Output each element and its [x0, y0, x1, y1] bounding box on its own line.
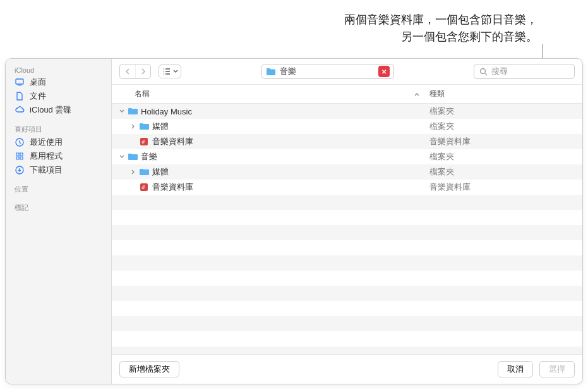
table-row-empty — [112, 240, 582, 255]
toolbar: 音樂 ✕ 搜尋 — [112, 59, 582, 85]
table-row[interactable]: Holiday Music 檔案夾 — [112, 104, 582, 119]
disclosure-right-icon[interactable] — [131, 124, 138, 129]
file-dialog: iCloud 桌面 文件 iCloud 雲碟 喜好 — [5, 58, 583, 384]
sidebar-item-label: 文件 — [30, 90, 46, 102]
clock-icon — [15, 137, 25, 147]
callout-line1: 兩個音樂資料庫，一個包含節日音樂， — [344, 11, 537, 28]
main-panel: 音樂 ✕ 搜尋 名稱 種類 — [112, 59, 582, 384]
list-icon — [162, 68, 171, 75]
column-name[interactable]: 名稱 — [135, 89, 414, 99]
svg-rect-1 — [18, 85, 21, 85]
sort-caret-icon — [414, 92, 419, 96]
table-row[interactable]: 媒體 檔案夾 — [112, 164, 582, 180]
search-icon — [479, 68, 488, 76]
row-type: 檔案夾 — [429, 121, 575, 132]
column-type[interactable]: 種類 — [429, 89, 575, 99]
search-input[interactable]: 搜尋 — [474, 64, 575, 79]
table-row-empty — [112, 271, 582, 286]
cancel-button[interactable]: 取消 — [498, 361, 533, 377]
location-label: 音樂 — [280, 66, 296, 77]
sidebar-section-icloud: iCloud 桌面 文件 iCloud 雲碟 — [6, 61, 111, 119]
table-row-empty — [112, 301, 582, 316]
svg-point-4 — [481, 68, 486, 73]
disclosure-right-icon[interactable] — [131, 169, 138, 175]
cloud-icon — [15, 105, 25, 115]
row-name: 音樂資料庫 — [150, 136, 429, 147]
music-library-icon — [138, 183, 150, 192]
disclosure-down-icon[interactable] — [119, 154, 127, 159]
table-row[interactable]: 媒體 檔案夾 — [112, 119, 582, 134]
table-row-empty — [112, 195, 582, 210]
row-type: 檔案夾 — [429, 151, 575, 162]
file-list: Holiday Music 檔案夾 媒體 檔案夾 音樂資料庫 音樂資料庫 — [112, 104, 582, 354]
disclosure-down-icon[interactable] — [119, 109, 127, 114]
row-name: 媒體 — [150, 166, 429, 178]
music-library-icon — [138, 137, 150, 146]
sidebar-header: 標記 — [6, 200, 111, 214]
sidebar-item-applications[interactable]: 應用程式 — [6, 149, 111, 163]
app-grid-icon — [15, 151, 25, 161]
chevron-down-icon — [173, 70, 178, 73]
view-options-button[interactable] — [159, 64, 181, 78]
callout-line2: 另一個包含您剩下的音樂。 — [344, 28, 537, 46]
table-row[interactable]: 音樂資料庫 音樂資料庫 — [112, 134, 582, 149]
location-left: 音樂 — [266, 66, 296, 77]
sidebar-section-favourites: 喜好項目 最近使用 應用程式 下載項目 — [6, 119, 111, 180]
folder-icon — [138, 123, 150, 130]
sidebar-item-recents[interactable]: 最近使用 — [6, 135, 111, 149]
table-row[interactable]: 音樂 檔案夾 — [112, 149, 582, 164]
sidebar-header: 位置 — [6, 182, 111, 195]
sidebar-item-label: 桌面 — [30, 77, 46, 88]
callout-text: 兩個音樂資料庫，一個包含節日音樂， 另一個包含您剩下的音樂。 — [344, 11, 537, 46]
sidebar-item-label: 應用程式 — [30, 150, 63, 162]
document-icon — [15, 91, 25, 101]
sidebar-item-label: 下載項目 — [30, 164, 63, 176]
svg-rect-0 — [16, 79, 23, 84]
choose-button[interactable]: 選擇 — [539, 361, 575, 377]
row-type: 檔案夾 — [429, 106, 575, 117]
close-icon[interactable]: ✕ — [378, 66, 390, 77]
forward-button[interactable] — [135, 64, 150, 78]
table-row-empty — [112, 331, 582, 346]
sidebar-header: 喜好項目 — [6, 122, 111, 135]
row-name: 音樂 — [138, 151, 429, 162]
folder-icon — [127, 107, 138, 115]
column-header: 名稱 種類 — [112, 85, 582, 104]
sidebar-header: iCloud — [6, 64, 111, 75]
folder-icon — [266, 67, 276, 76]
sidebar-item-desktop[interactable]: 桌面 — [6, 75, 111, 89]
table-row-empty — [112, 316, 582, 331]
row-type: 音樂資料庫 — [429, 136, 575, 147]
table-row-empty — [112, 255, 582, 271]
chevron-right-icon — [141, 68, 146, 75]
sidebar-section-tags: 標記 — [6, 198, 111, 216]
row-name: 音樂資料庫 — [150, 181, 429, 193]
table-row-empty — [112, 210, 582, 225]
table-row-empty — [112, 225, 582, 240]
desktop-icon — [15, 77, 25, 87]
dialog-footer: 新增檔案夾 取消 選擇 — [112, 354, 582, 384]
nav-group — [119, 64, 151, 79]
chevron-left-icon — [125, 68, 130, 75]
sidebar-item-label: iCloud 雲碟 — [30, 104, 71, 116]
sidebar-item-label: 最近使用 — [30, 137, 63, 148]
location-popup[interactable]: 音樂 ✕ — [261, 64, 394, 79]
sidebar-item-icloud-drive[interactable]: iCloud 雲碟 — [6, 103, 111, 117]
table-row[interactable]: 音樂資料庫 音樂資料庫 — [112, 180, 582, 195]
download-icon — [15, 165, 25, 175]
sidebar-item-downloads[interactable]: 下載項目 — [6, 163, 111, 177]
folder-icon — [127, 153, 138, 161]
row-type: 檔案夾 — [429, 166, 575, 178]
sidebar-item-documents[interactable]: 文件 — [6, 89, 111, 103]
row-name: Holiday Music — [138, 107, 429, 116]
back-button[interactable] — [120, 64, 135, 78]
row-type: 音樂資料庫 — [429, 181, 575, 193]
sidebar: iCloud 桌面 文件 iCloud 雲碟 喜好 — [6, 59, 112, 384]
table-row-empty — [112, 286, 582, 301]
table-row-empty — [112, 346, 582, 354]
row-name: 媒體 — [150, 121, 429, 132]
sidebar-section-locations: 位置 — [6, 180, 111, 198]
new-folder-button[interactable]: 新增檔案夾 — [119, 361, 179, 377]
folder-icon — [138, 168, 150, 176]
search-placeholder: 搜尋 — [491, 66, 508, 77]
